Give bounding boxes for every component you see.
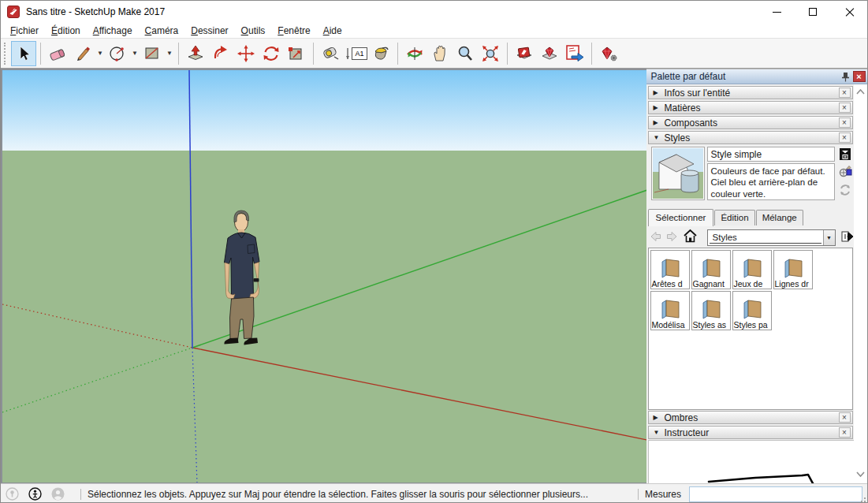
menu-edition[interactable]: Édition: [45, 24, 87, 38]
arc-tool-dropdown[interactable]: ▼: [130, 41, 140, 66]
geolocation-button[interactable]: [6, 487, 19, 501]
orbit-icon: [405, 44, 424, 63]
folder-label: Jeux de: [733, 279, 771, 289]
scroll-down-icon[interactable]: [855, 469, 866, 479]
arc-tool-button[interactable]: [105, 41, 130, 66]
zoom-tool-button[interactable]: [453, 41, 478, 66]
eraser-tool-button[interactable]: [45, 41, 70, 66]
pan-tool-button[interactable]: [427, 41, 453, 66]
menu-affichage[interactable]: Affichage: [87, 24, 139, 38]
orbit-tool-button[interactable]: [402, 41, 427, 66]
move-tool-button[interactable]: [233, 41, 259, 66]
sketchup-logo-icon: [7, 6, 20, 18]
tray-scrollbar[interactable]: [854, 84, 867, 484]
red-axis-negative: [2, 304, 192, 348]
share-model-button[interactable]: [562, 41, 587, 66]
section-close-button[interactable]: ×: [839, 132, 851, 143]
section-close-button[interactable]: ×: [839, 427, 851, 438]
text-tool-button[interactable]: A1: [343, 41, 368, 66]
signin-button[interactable]: [51, 487, 65, 501]
3d-warehouse-button[interactable]: [512, 41, 537, 66]
menu-aide[interactable]: Aide: [317, 24, 348, 38]
pin-icon[interactable]: [841, 72, 850, 82]
scale-figure[interactable]: [224, 211, 259, 345]
menu-fenetre[interactable]: Fenêtre: [271, 24, 316, 38]
section-materials[interactable]: ▶ Matières ×: [648, 101, 853, 114]
share-model-icon: [564, 44, 585, 63]
maximize-button[interactable]: [795, 1, 831, 23]
geolocation-icon: [6, 487, 19, 501]
menu-bar: Fichier Édition Affichage Caméra Dessine…: [1, 23, 867, 39]
toolbar-grip[interactable]: [4, 43, 8, 65]
section-styles[interactable]: ▼ Styles ×: [648, 131, 853, 144]
line-tool-dropdown[interactable]: ▼: [95, 41, 105, 66]
scroll-up-icon[interactable]: [855, 87, 866, 97]
style-name-field[interactable]: Style simple: [707, 147, 835, 162]
close-button[interactable]: [831, 1, 867, 23]
forward-button[interactable]: [665, 230, 678, 245]
section-label: Matières: [665, 102, 701, 114]
tab-selectionner[interactable]: Sélectionner: [648, 209, 714, 226]
tab-melange[interactable]: Mélange: [756, 210, 803, 225]
folder-aretes[interactable]: Arêtes d: [650, 250, 690, 289]
toolbar-separator: [313, 43, 314, 65]
red-axis: [192, 348, 646, 440]
style-description-field[interactable]: Couleurs de face par défaut. Ciel bleu e…: [707, 163, 835, 200]
shapes-tool-button[interactable]: [140, 41, 165, 66]
section-entity-info[interactable]: ▶ Infos sur l'entité ×: [648, 86, 853, 99]
follow-me-tool-button[interactable]: [208, 41, 233, 66]
minimize-button[interactable]: [758, 1, 795, 23]
resize-grip[interactable]: [858, 494, 866, 502]
back-button[interactable]: [650, 230, 662, 245]
section-instructeur[interactable]: ▼ Instructeur ×: [648, 426, 853, 439]
styles-collection-combobox[interactable]: Styles ▼: [707, 229, 836, 246]
chevron-right-icon: ▶: [654, 89, 665, 96]
instructor-illustration: [649, 441, 854, 483]
section-components[interactable]: ▶ Composants ×: [648, 116, 853, 129]
shapes-tool-dropdown[interactable]: ▼: [165, 41, 174, 66]
section-close-button[interactable]: ×: [839, 88, 851, 98]
tray-close-button[interactable]: ×: [853, 71, 866, 82]
folder-lignes-droites[interactable]: Lignes dr: [773, 250, 813, 289]
extension-warehouse-button[interactable]: [537, 41, 562, 66]
statusbar-separator: [638, 489, 639, 500]
home-button[interactable]: [683, 229, 698, 246]
menu-fichier[interactable]: Fichier: [4, 24, 45, 38]
tape-measure-tool-button[interactable]: [318, 41, 343, 66]
scale-tool-button[interactable]: [284, 41, 309, 66]
measurements-input[interactable]: [689, 486, 862, 502]
menu-outils[interactable]: Outils: [235, 24, 272, 38]
status-bar: Sélectionnez les objets. Appuyez sur Maj…: [1, 483, 867, 503]
rotate-tool-button[interactable]: [259, 41, 284, 66]
window-controls: [758, 1, 867, 23]
section-close-button[interactable]: ×: [839, 117, 851, 128]
sample-paint-button[interactable]: [838, 165, 852, 181]
menu-camera[interactable]: Caméra: [139, 24, 185, 38]
push-pull-icon: [186, 44, 205, 63]
section-ombres[interactable]: ▶ Ombres ×: [648, 411, 853, 424]
combobox-dropdown-button[interactable]: ▼: [823, 230, 835, 245]
folder-modelisation[interactable]: Modélisa: [650, 291, 690, 330]
3d-viewport[interactable]: [1, 69, 646, 483]
create-style-button[interactable]: [839, 147, 851, 163]
folder-jeux-de-couleurs[interactable]: Jeux de: [732, 250, 772, 289]
styles-folder-list[interactable]: Arêtes d Gagnant Jeux de: [648, 248, 853, 410]
tray-header[interactable]: Palette par défaut ×: [646, 69, 868, 84]
folder-styles-assortis[interactable]: Styles as: [691, 291, 731, 330]
push-pull-tool-button[interactable]: [183, 41, 208, 66]
instructor-button[interactable]: [28, 487, 42, 501]
zoom-extents-tool-button[interactable]: [478, 41, 503, 66]
paint-bucket-tool-button[interactable]: [368, 41, 393, 66]
section-close-button[interactable]: ×: [839, 102, 851, 113]
extension-manager-button[interactable]: [596, 41, 621, 66]
update-style-button[interactable]: [839, 184, 851, 199]
tab-edition[interactable]: Édition: [714, 210, 754, 225]
line-tool-button[interactable]: [70, 41, 95, 66]
select-tool-button[interactable]: [11, 41, 36, 66]
chevron-right-icon: ▶: [654, 414, 665, 421]
section-close-button[interactable]: ×: [839, 412, 851, 423]
folder-styles-par-defaut[interactable]: Styles pa: [732, 291, 772, 330]
menu-dessiner[interactable]: Dessiner: [184, 24, 234, 38]
details-menu-button[interactable]: [840, 229, 854, 248]
folder-gagnants[interactable]: Gagnant: [691, 250, 731, 289]
